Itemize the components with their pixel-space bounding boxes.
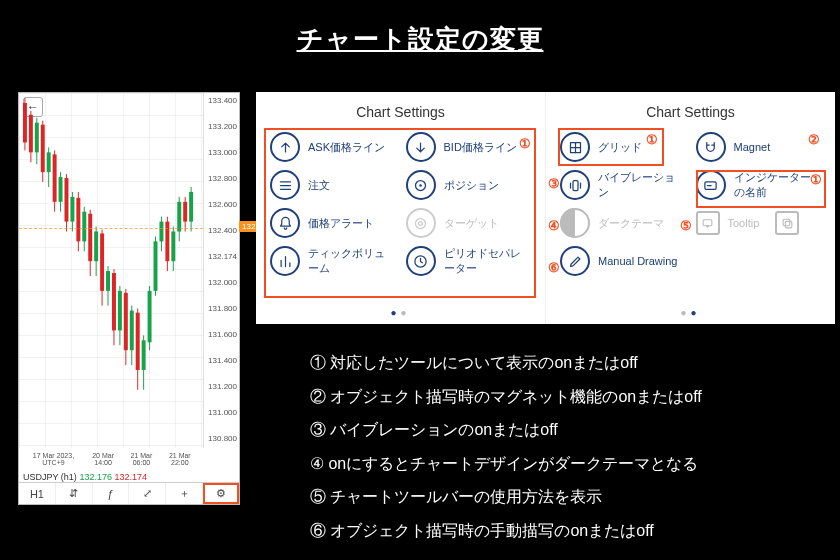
setting-option[interactable]: 価格アラート [270, 208, 396, 238]
explanation-item: ③ バイブレーションのonまたはoff [310, 413, 835, 447]
explanation-list: ① 対応したツールについて表示のonまたはoff② オブジェクト描写時のマグネッ… [310, 346, 835, 548]
function-button[interactable]: ƒ [93, 483, 130, 504]
y-axis: 133.400133.200133.000132.800132.600132.4… [203, 93, 239, 448]
y-tick: 132.000 [206, 277, 237, 290]
option-label: Tooltip [728, 217, 760, 229]
setting-option[interactable]: ダークテーマ [560, 208, 686, 238]
option-label: 注文 [308, 178, 330, 193]
svg-rect-39 [136, 313, 140, 370]
y-tick: 132.800 [206, 173, 237, 186]
svg-rect-13 [59, 177, 63, 202]
setting-option[interactable]: Tooltip [696, 208, 822, 238]
explanation-number: ① [310, 354, 326, 371]
option-label: バイブレーション [598, 170, 686, 200]
svg-rect-55 [183, 202, 187, 222]
marker: ⑤ [680, 218, 692, 233]
tag-icon [696, 170, 726, 200]
option-label: Magnet [734, 141, 771, 153]
svg-rect-66 [703, 219, 712, 225]
svg-rect-27 [100, 233, 104, 290]
svg-rect-35 [124, 293, 128, 350]
setting-option[interactable]: ASK価格ライン [270, 132, 396, 162]
y-tick: 131.000 [206, 407, 237, 420]
setting-option[interactable]: ポジション [406, 170, 532, 200]
marker: ② [808, 132, 820, 147]
svg-rect-19 [76, 198, 80, 242]
add-button[interactable]: ＋ [166, 483, 203, 504]
explanation-number: ⑥ [310, 522, 326, 539]
candlestick-series [19, 93, 203, 429]
pair-info: USDJPY (h1) 132.176 132.174 [19, 472, 203, 482]
settings-panel-page2: Chart Settings グリッドMagnetバイブレーションインジケーター… [545, 92, 835, 324]
setting-option[interactable]: ティックボリューム [270, 246, 396, 276]
explanation-item: ④ onにするとチャートデザインがダークテーマとなる [310, 447, 835, 481]
magnet-icon [696, 132, 726, 162]
explanation-text: オブジェクト描写時の手動描写のonまたはoff [330, 522, 653, 539]
setting-option[interactable]: Manual Drawing [560, 246, 686, 276]
x-tick: 21 Mar 06:00 [122, 452, 160, 466]
setting-option[interactable]: 注文 [270, 170, 396, 200]
chart-preview: ← 132.174 133.400133.200133.000132.80013… [18, 92, 240, 505]
option-label: ターゲット [444, 216, 499, 231]
settings-panels: Chart Settings ASK価格ラインBID価格ライン注文ポジション価格… [256, 92, 835, 324]
indicator-button[interactable]: ⤢ [129, 483, 166, 504]
option-label: ポジション [444, 178, 499, 193]
dot-icon [406, 170, 436, 200]
option-label: グリッド [598, 140, 642, 155]
setting-option[interactable]: グリッド [560, 132, 686, 162]
option-label: ティックボリューム [308, 246, 396, 276]
candle-style-button[interactable]: ⇵ [56, 483, 93, 504]
svg-rect-67 [785, 221, 792, 228]
settings-panel-page1: Chart Settings ASK価格ラインBID価格ライン注文ポジション価格… [256, 92, 545, 324]
timeframe-button[interactable]: H1 [19, 483, 56, 504]
setting-option[interactable]: バイブレーション [560, 170, 686, 200]
y-tick: 133.000 [206, 147, 237, 160]
svg-rect-64 [573, 180, 578, 190]
svg-point-59 [419, 184, 422, 187]
svg-point-60 [416, 218, 426, 228]
svg-rect-37 [130, 311, 134, 351]
marker: ① [646, 132, 658, 147]
svg-rect-23 [88, 214, 92, 261]
svg-rect-7 [41, 125, 45, 172]
panel-title: Chart Settings [560, 104, 821, 120]
svg-point-61 [419, 221, 423, 225]
setting-option[interactable]: ピリオドセパレーター [406, 246, 532, 276]
down-icon [406, 132, 436, 162]
svg-rect-45 [154, 241, 158, 290]
setting-option[interactable]: インジケーターの名前 [696, 170, 822, 200]
page-dots-right: ●● [546, 307, 835, 318]
marker: ④ [548, 218, 560, 233]
svg-rect-29 [106, 271, 110, 291]
y-tick: 132.400 [206, 225, 237, 238]
option-label: ダークテーマ [598, 216, 664, 231]
y-tick: 132.174 [206, 251, 237, 264]
settings-button[interactable]: ⚙ [203, 483, 239, 504]
marker-1-left: ① [519, 136, 531, 151]
svg-rect-21 [82, 212, 86, 242]
svg-rect-25 [94, 231, 98, 261]
svg-rect-11 [53, 154, 57, 201]
price-line [19, 228, 203, 229]
setting-option[interactable]: ターゲット [406, 208, 532, 238]
marker: ⑥ [548, 260, 560, 275]
explanation-number: ⑤ [310, 488, 326, 505]
setting-option[interactable]: Magnet [696, 132, 822, 162]
up-icon [270, 132, 300, 162]
y-tick: 133.200 [206, 121, 237, 134]
vibe-icon [560, 170, 590, 200]
option-label: ASK価格ライン [308, 140, 385, 155]
svg-rect-5 [35, 123, 39, 153]
svg-rect-57 [189, 192, 193, 222]
darktheme-icon [560, 208, 590, 238]
option-label: インジケーターの名前 [734, 170, 822, 200]
option-label: ピリオドセパレーター [444, 246, 532, 276]
y-tick: 131.600 [206, 329, 237, 342]
explanation-text: チャートツールバーの使用方法を表示 [330, 488, 602, 505]
bars-icon [270, 246, 300, 276]
setting-option[interactable]: BID価格ライン [406, 132, 532, 162]
svg-rect-33 [118, 291, 122, 331]
option-label: BID価格ライン [444, 140, 517, 155]
svg-rect-51 [171, 231, 175, 261]
y-tick: 132.600 [206, 199, 237, 212]
